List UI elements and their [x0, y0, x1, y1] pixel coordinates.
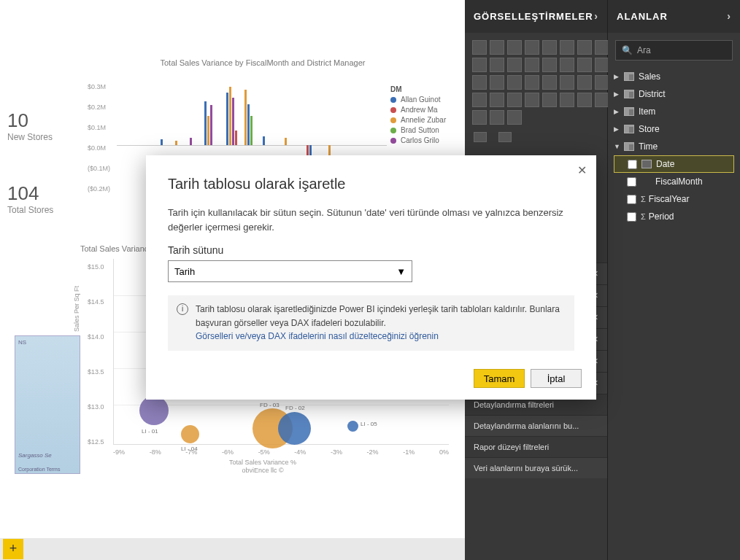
- field-item[interactable]: Period: [614, 208, 734, 225]
- page-tabs: +: [0, 538, 465, 560]
- chevron-right-icon: ›: [594, 0, 598, 33]
- kpi-total-stores: 104 Total Stores: [7, 182, 53, 215]
- field-item-date[interactable]: Date: [614, 155, 734, 173]
- chevron-down-icon: ▼: [396, 266, 406, 277]
- viz-type-icon[interactable]: [507, 75, 522, 90]
- viz-type-icon[interactable]: [595, 93, 609, 107]
- viz-type-icon[interactable]: [490, 75, 504, 90]
- viz-type-icon[interactable]: [560, 58, 574, 72]
- drillthrough-dropzone[interactable]: Detaylandırma alanlarını bu...: [465, 415, 607, 436]
- field-checkbox[interactable]: [627, 195, 636, 204]
- table-item[interactable]: ▶Store: [614, 120, 734, 138]
- viz-type-icon[interactable]: [525, 58, 539, 72]
- viz-type-icon[interactable]: [525, 93, 539, 107]
- field-item[interactable]: FiscalYear: [614, 190, 734, 208]
- cancel-button[interactable]: İptal: [531, 369, 582, 388]
- viz-type-icon[interactable]: [595, 75, 609, 90]
- viz-type-icon[interactable]: [560, 75, 574, 90]
- map-visual[interactable]: NS Sargasso Se Corporation Terms: [15, 335, 80, 474]
- tables-list: ▶Sales ▶District ▶Item ▶Store ▼Time Date…: [608, 68, 740, 225]
- kpi-new-stores: 10 New Stores: [7, 109, 53, 142]
- kpi-value: 10: [7, 109, 53, 132]
- kpi-value: 104: [7, 182, 53, 205]
- viz-type-icon[interactable]: [472, 93, 487, 107]
- field-checkbox[interactable]: [628, 160, 637, 169]
- viz-type-icon[interactable]: [577, 40, 592, 55]
- viz-type-icon[interactable]: [490, 40, 504, 55]
- x-axis-label: Total Sales Variance %: [73, 459, 452, 466]
- sigma-icon: [641, 194, 649, 204]
- table-icon: [624, 142, 634, 151]
- viz-type-icon[interactable]: [472, 110, 487, 125]
- search-input[interactable]: 🔍 Ara: [615, 40, 733, 61]
- fields-header[interactable]: ALANLAR ›: [608, 0, 740, 33]
- fields-tab-icon[interactable]: [474, 132, 487, 142]
- learn-more-link[interactable]: Görselleri ve/veya DAX ifadelerini nasıl…: [196, 331, 439, 341]
- add-page-button[interactable]: +: [3, 539, 23, 559]
- viz-type-icon[interactable]: [577, 75, 592, 90]
- viz-type-icon[interactable]: [472, 40, 487, 55]
- table-icon: [624, 107, 634, 116]
- table-icon: [624, 90, 634, 98]
- chart-title: Total Sales Variance by FiscalMonth and …: [73, 58, 452, 67]
- y-ticks: $15.0 $14.5 $14.0 $13.5 $13.0 $12.5: [88, 263, 104, 438]
- viz-type-icon[interactable]: [472, 75, 487, 90]
- x-ticks: -9% -8% -7% -6% -5% -4% -3% -2% -1% 0%: [113, 448, 449, 456]
- kpi-label: Total Stores: [7, 205, 53, 215]
- field-checkbox[interactable]: [627, 177, 636, 187]
- report-filters-dropzone[interactable]: Veri alanlarını buraya sürük...: [465, 457, 607, 478]
- viz-type-icon[interactable]: [472, 58, 487, 72]
- info-icon: i: [177, 303, 188, 315]
- table-icon: [624, 72, 634, 81]
- viz-type-icon[interactable]: [542, 75, 557, 90]
- y-ticks: $0.3M $0.2M $0.1M $0.0M ($0.1M) ($0.2M): [88, 83, 110, 206]
- ok-button[interactable]: Tamam: [474, 369, 525, 388]
- format-tab-icon[interactable]: [498, 132, 512, 142]
- viz-property-tabs: [465, 125, 607, 149]
- kpi-label: New Stores: [7, 132, 53, 142]
- calendar-icon: [641, 160, 652, 168]
- search-icon: 🔍: [622, 45, 633, 55]
- viz-type-icon[interactable]: [507, 40, 522, 55]
- sigma-icon: [641, 211, 649, 222]
- viz-type-icon[interactable]: [525, 75, 539, 90]
- mark-as-date-table-dialog: ✕ Tarih tablosu olarak işaretle Tarih iç…: [146, 155, 596, 400]
- viz-type-icon[interactable]: [490, 93, 504, 107]
- chevron-right-icon: ›: [727, 0, 731, 33]
- table-item-expanded[interactable]: ▼Time: [614, 138, 734, 155]
- chart-legend: DM Allan Guinot Andrew Ma Annelie Zubar …: [390, 83, 446, 147]
- viz-type-icon[interactable]: [542, 40, 557, 55]
- viz-type-icon[interactable]: [542, 58, 557, 72]
- visualization-gallery: [465, 33, 607, 125]
- viz-type-icon[interactable]: [507, 58, 522, 72]
- viz-type-icon[interactable]: [490, 58, 504, 72]
- dialog-body-text: Tarih için kullanılacak bir sütun seçin.…: [168, 206, 574, 234]
- chart-footer: obviEnce llc ©: [73, 467, 452, 474]
- visualizations-header[interactable]: GÖRSELLEŞTİRMELER ›: [465, 0, 607, 33]
- close-button[interactable]: ✕: [571, 160, 592, 180]
- viz-type-icon[interactable]: [507, 110, 522, 125]
- viz-type-icon[interactable]: [577, 93, 592, 107]
- table-item[interactable]: ▶Sales: [614, 68, 734, 85]
- table-icon: [624, 125, 634, 133]
- viz-type-icon[interactable]: [507, 93, 522, 107]
- fields-panel: ALANLAR › 🔍 Ara ▶Sales ▶District ▶Item ▶…: [608, 0, 740, 560]
- table-item[interactable]: ▶Item: [614, 103, 734, 120]
- viz-type-icon[interactable]: [560, 93, 574, 107]
- field-item[interactable]: FiscalMonth: [614, 173, 734, 190]
- table-item[interactable]: ▶District: [614, 85, 734, 103]
- report-filters-header: Rapor düzeyi filtreleri: [465, 436, 607, 457]
- date-column-label: Tarih sütunu: [168, 244, 574, 256]
- dialog-info-banner: i Tarih tablosu olarak işaretlediğinizde…: [168, 295, 574, 351]
- viz-type-icon[interactable]: [542, 93, 557, 107]
- dialog-title: Tarih tablosu olarak işaretle: [168, 176, 574, 192]
- field-checkbox[interactable]: [627, 212, 636, 222]
- viz-type-icon[interactable]: [525, 40, 539, 55]
- y-axis-label: Sales Per Sq Ft: [73, 286, 80, 332]
- viz-type-icon[interactable]: [595, 58, 609, 72]
- date-column-select[interactable]: Tarih ▼: [168, 260, 412, 282]
- viz-type-icon[interactable]: [560, 40, 574, 55]
- viz-type-icon[interactable]: [577, 58, 592, 72]
- viz-type-icon[interactable]: [595, 40, 609, 55]
- viz-type-icon[interactable]: [490, 110, 504, 125]
